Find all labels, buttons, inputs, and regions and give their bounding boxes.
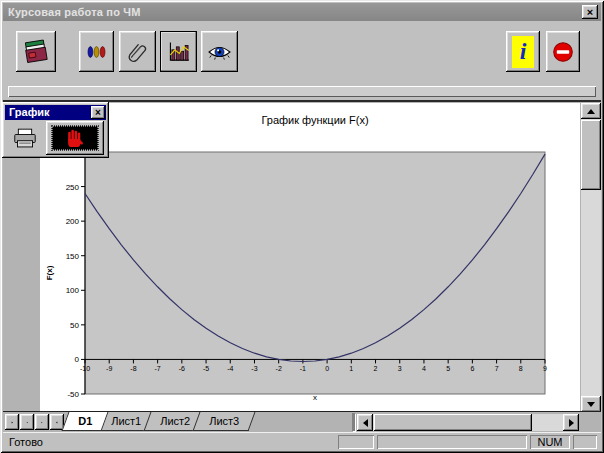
preview-button[interactable]: [201, 31, 238, 72]
horizontal-scrollbar[interactable]: [357, 414, 579, 431]
bar-chart-icon: [166, 37, 191, 67]
svg-text:2: 2: [374, 365, 378, 372]
svg-text:-6: -6: [179, 365, 185, 372]
scroll-up-button[interactable]: [581, 103, 601, 119]
svg-text:4: 4: [422, 365, 426, 372]
svg-text:-7: -7: [155, 365, 161, 372]
svg-text:250: 250: [66, 183, 80, 192]
toolbar-separator: [8, 86, 596, 97]
sheet-tab-bar: D1 Лист1 Лист2 Лист3: [3, 411, 601, 432]
stop-icon: [552, 37, 574, 67]
close-icon: ×: [95, 107, 101, 118]
svg-text:-5: -5: [203, 365, 209, 372]
scroll-down-button[interactable]: [581, 396, 601, 412]
close-button[interactable]: ×: [582, 5, 598, 19]
horizontal-scrollbar-thumb[interactable]: [374, 414, 532, 431]
ellipses-icon: [85, 41, 108, 63]
triangle-up-icon: [587, 109, 595, 114]
books-icon: [22, 36, 50, 68]
graph-palette-close-button[interactable]: ×: [91, 106, 105, 119]
svg-text:50: 50: [70, 321, 79, 330]
svg-text:-9: -9: [106, 365, 112, 372]
svg-text:9: 9: [543, 365, 547, 372]
next-icon: [41, 418, 43, 427]
status-bar: Готово NUM: [3, 432, 601, 450]
svg-text:-1: -1: [300, 365, 306, 372]
svg-text:3: 3: [398, 365, 402, 372]
graph-palette-window: График ×: [2, 102, 109, 158]
eye-icon: [207, 39, 232, 65]
prev-sheet-button[interactable]: [20, 414, 34, 430]
status-pane: [573, 435, 597, 449]
tab-d1[interactable]: D1: [62, 412, 109, 431]
status-message: Готово: [3, 436, 335, 448]
status-pane: [338, 435, 374, 449]
exit-button[interactable]: [546, 31, 580, 72]
svg-text:-3: -3: [251, 365, 257, 372]
triangle-left-icon: [363, 419, 368, 427]
svg-text:x: x: [313, 393, 317, 402]
tab-list3[interactable]: Лист3: [193, 412, 256, 431]
graph-palette-title: График: [9, 106, 50, 118]
svg-text:-10: -10: [80, 365, 90, 372]
svg-text:F(x): F(x): [45, 265, 54, 280]
svg-text:7: 7: [495, 365, 499, 372]
scroll-left-button[interactable]: [357, 414, 373, 431]
svg-text:0: 0: [75, 355, 80, 364]
data-points-button[interactable]: [79, 31, 114, 72]
next-sheet-button[interactable]: [35, 414, 49, 430]
close-icon: ×: [587, 6, 593, 18]
status-pane: [377, 435, 527, 449]
sheet-tabs: D1 Лист1 Лист2 Лист3: [65, 412, 245, 432]
vertical-scrollbar[interactable]: [581, 103, 601, 412]
svg-text:150: 150: [66, 252, 80, 261]
hand-icon: [64, 128, 86, 148]
svg-text:8: 8: [519, 365, 523, 372]
attach-button[interactable]: [119, 31, 156, 72]
num-lock-indicator: NUM: [530, 435, 570, 449]
window-titlebar[interactable]: Курсовая работа по ЧМ ×: [3, 3, 601, 21]
prev-icon: [26, 418, 28, 427]
first-sheet-button[interactable]: [5, 414, 19, 430]
svg-text:100: 100: [66, 286, 80, 295]
first-icon: [11, 418, 13, 427]
info-button[interactable]: i: [506, 31, 540, 72]
triangle-down-icon: [587, 402, 595, 407]
paperclip-icon: [125, 36, 150, 68]
info-icon: i: [512, 36, 534, 68]
chart-document: -50050100150200250-10-9-8-7-6-5-4-3-2-10…: [40, 103, 580, 412]
svg-text:1: 1: [349, 365, 353, 372]
print-graph-button[interactable]: [7, 123, 43, 153]
app-window: Курсовая работа по ЧМ ×: [0, 0, 604, 453]
svg-text:-50: -50: [67, 390, 79, 399]
svg-text:-2: -2: [276, 365, 282, 372]
svg-text:-4: -4: [227, 365, 233, 372]
tab-splitter[interactable]: [352, 413, 355, 431]
chart-button[interactable]: [160, 31, 197, 72]
svg-text:График функции F(x): График функции F(x): [261, 114, 368, 126]
svg-text:5: 5: [446, 365, 450, 372]
vertical-scrollbar-thumb[interactable]: [581, 120, 601, 190]
printer-icon: [13, 127, 37, 150]
stop-drawing-button[interactable]: [46, 121, 104, 155]
open-file-button[interactable]: [16, 31, 56, 72]
svg-text:200: 200: [66, 217, 80, 226]
last-icon: [56, 418, 58, 427]
function-chart: -50050100150200250-10-9-8-7-6-5-4-3-2-10…: [40, 103, 580, 412]
triangle-right-icon: [569, 419, 574, 427]
window-title: Курсовая работа по ЧМ: [8, 6, 141, 18]
svg-text:6: 6: [470, 365, 474, 372]
graph-palette-titlebar[interactable]: График ×: [5, 105, 106, 120]
svg-text:-8: -8: [130, 365, 136, 372]
svg-text:0: 0: [325, 365, 329, 372]
scroll-right-button[interactable]: [563, 414, 579, 431]
